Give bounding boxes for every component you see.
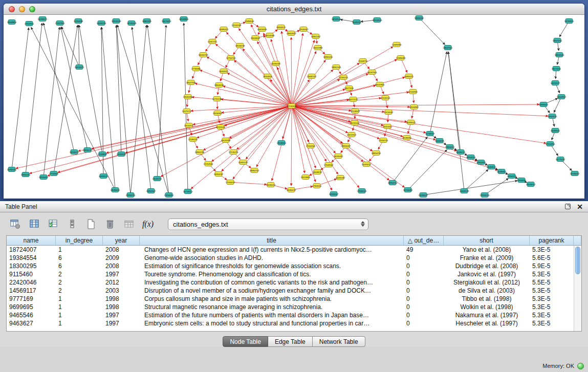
graph-node[interactable]: 12242208 [232, 23, 242, 28]
graph-node[interactable]: 19664923 [287, 31, 296, 36]
graph-node[interactable]: 20262051 [117, 152, 126, 157]
minimize-window-icon[interactable] [19, 6, 25, 12]
graph-node[interactable]: 16095412 [570, 171, 580, 176]
tab-network-table[interactable]: Network Table [313, 336, 365, 347]
graph-node[interactable]: 15684291 [435, 139, 445, 143]
graph-node[interactable]: 12940901 [25, 21, 34, 26]
graph-node[interactable]: 19224801 [301, 175, 311, 180]
graph-node[interactable]: 15905137 [83, 148, 93, 152]
column-header-name[interactable]: name [7, 236, 56, 245]
table-row[interactable]: 911546021997Tourette syndrome. Phenomeno… [7, 270, 581, 278]
graph-node[interactable]: 15905402 [39, 175, 49, 180]
graph-node[interactable]: 17684544 [245, 19, 254, 24]
create-column-icon[interactable] [47, 218, 59, 230]
zoom-window-icon[interactable] [29, 6, 35, 12]
graph-node[interactable]: 17286251 [188, 137, 198, 142]
table-row[interactable]: 1938455462009Genome-wide association stu… [7, 254, 581, 262]
graph-node[interactable]: 13216042 [384, 110, 394, 115]
graph-node[interactable]: 19948854 [7, 20, 17, 25]
graph-node[interactable]: 16055784 [97, 21, 106, 26]
graph-node[interactable]: 17485083 [396, 56, 406, 60]
graph-node[interactable]: 16841925 [476, 160, 486, 165]
graph-node[interactable]: 16081251 [352, 20, 362, 25]
graph-node[interactable]: 16754091 [403, 188, 413, 192]
graph-node[interactable]: 18204098 [265, 33, 275, 38]
graph-node[interactable]: 18843258 [214, 83, 224, 87]
graph-node[interactable]: 17367901 [55, 21, 65, 26]
graph-node[interactable]: 19077431 [344, 86, 354, 91]
graph-node[interactable]: 16084125 [456, 150, 466, 155]
graph-node[interactable]: 17024341 [306, 144, 316, 148]
graph-node[interactable]: 16205471 [70, 150, 79, 155]
graph-node[interactable]: 19547201 [553, 38, 562, 43]
graph-node[interactable]: 19154967 [409, 105, 419, 110]
graph-node[interactable]: 17785981 [191, 67, 201, 71]
graph-node[interactable]: 12483993 [392, 42, 402, 47]
graph-node[interactable]: 17408751 [358, 59, 368, 63]
graph-node[interactable]: 12108921 [351, 109, 360, 114]
graph-node[interactable]: 16734514 [183, 189, 193, 194]
graph-node[interactable]: 15608231 [313, 170, 322, 174]
graph-node[interactable]: 17160701 [339, 75, 349, 80]
graph-node[interactable]: 18095431 [111, 188, 120, 192]
graph-node[interactable]: 11544901 [408, 90, 418, 94]
graph-node[interactable]: 15493021 [406, 120, 416, 125]
graph-node[interactable]: 16288471 [38, 17, 48, 21]
graph-node[interactable]: 16477271 [349, 97, 358, 102]
graph-node[interactable]: 15985421 [219, 27, 229, 32]
graph-node[interactable]: 15582142 [307, 74, 317, 79]
import-table-icon[interactable] [123, 218, 135, 230]
graph-node[interactable]: 17254564 [204, 162, 213, 166]
column-header-pagerank[interactable]: pagerank [530, 236, 574, 245]
graph-node[interactable]: 18955097 [341, 144, 351, 148]
network-canvas[interactable]: 1724040715985421120572111605570917785981… [4, 15, 584, 198]
graph-node[interactable]: 16954182 [415, 16, 424, 20]
table-mode-icon[interactable] [9, 218, 21, 230]
graph-node[interactable]: 18954104 [466, 155, 476, 160]
graph-node[interactable]: 19245012 [266, 183, 276, 187]
table-row[interactable]: 977716911998Corpus callosum shape and si… [7, 295, 581, 303]
graph-node[interactable]: 16462021 [219, 69, 229, 74]
column-header-in_degree[interactable]: in_degree [56, 236, 103, 245]
scrollbar-thumb[interactable] [575, 247, 580, 274]
graph-node[interactable]: 14745409 [127, 21, 137, 26]
graph-node[interactable]: 16161611 [383, 124, 393, 129]
graph-node[interactable]: 17594417 [226, 180, 235, 185]
graph-node[interactable]: 19647941 [443, 46, 453, 50]
graph-node[interactable]: 17805412 [445, 145, 455, 149]
table-scrollbar[interactable] [574, 246, 581, 331]
table-row[interactable]: 946554611997Estimation of the future num… [7, 311, 581, 319]
close-window-icon[interactable] [9, 6, 15, 12]
graph-node[interactable]: 17556701 [379, 138, 388, 143]
graph-node[interactable]: 16841201 [21, 172, 31, 177]
graph-node[interactable]: 15958421 [539, 102, 549, 107]
graph-node[interactable]: 12754709 [226, 56, 236, 60]
graph-node[interactable]: 14453127 [551, 81, 560, 85]
tab-node-table[interactable]: Node Table [223, 336, 268, 347]
table-row[interactable]: 946362711997Embryonic stem cells: a mode… [7, 319, 581, 327]
graph-node[interactable]: 16216104 [350, 121, 360, 125]
graph-node[interactable]: 16861911 [142, 19, 152, 24]
graph-node[interactable]: 17654091 [164, 193, 174, 198]
graph-node[interactable]: 16381240 [238, 160, 248, 165]
graph-node[interactable]: 19026398 [221, 138, 231, 143]
column-header-out_degree[interactable]: △ out_de… [404, 236, 444, 245]
graph-node[interactable]: 11254098 [74, 19, 83, 24]
graph-node[interactable]: 15094127 [419, 193, 428, 198]
delete-table-icon[interactable] [104, 218, 116, 230]
graph-node[interactable]: 16047304 [367, 70, 377, 75]
tab-edge-table[interactable]: Edge Table [268, 336, 313, 347]
graph-node[interactable]: 10954120 [548, 114, 557, 119]
graph-node[interactable]: 18984707 [250, 168, 259, 173]
table-row[interactable]: 1872400712008Changes of HCN gene express… [7, 246, 581, 254]
graph-node[interactable]: 16904571 [276, 25, 286, 30]
graph-node[interactable]: 16542817 [557, 95, 567, 99]
delete-column-icon[interactable] [66, 218, 78, 230]
graph-node[interactable]: 15824059 [257, 27, 267, 32]
graph-node[interactable]: 16984507 [329, 192, 339, 196]
graph-node[interactable]: 10731228 [212, 97, 222, 101]
graph-hub-node[interactable]: 17240407 [287, 104, 297, 108]
graph-node[interactable]: 17908114 [312, 184, 322, 188]
graph-node[interactable]: 16961267 [311, 34, 321, 39]
graph-node[interactable]: 20516471 [75, 65, 84, 70]
